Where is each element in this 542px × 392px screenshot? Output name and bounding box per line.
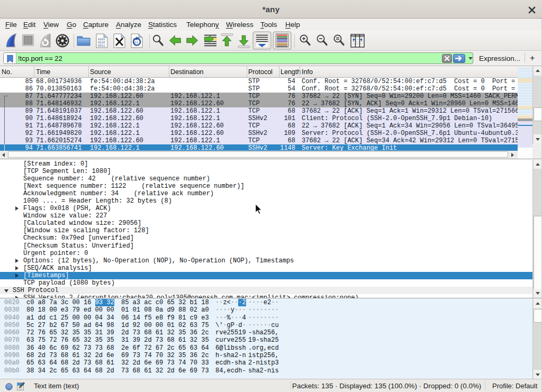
svg-text:0011: 0011 xyxy=(98,44,105,48)
